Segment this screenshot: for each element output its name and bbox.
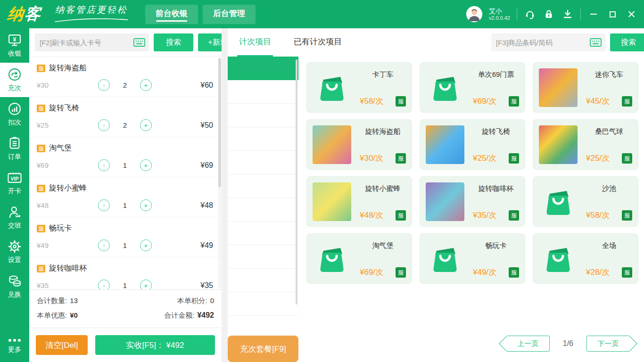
product-image	[539, 182, 578, 221]
sidebar-item-open-vip-card[interactable]: VIP 开卡	[0, 166, 29, 200]
sidebar-item-deduct-times[interactable]: 扣次	[0, 97, 29, 132]
service-badge: 服	[509, 267, 519, 278]
sidebar-item-shift-change[interactable]: 交班	[0, 200, 29, 235]
decrease-qty-button[interactable]: -	[98, 159, 110, 171]
category-list	[228, 57, 298, 339]
sidebar-item-label: 交班	[8, 222, 21, 230]
recharge-times-icon	[8, 67, 22, 82]
product-card[interactable]: 畅玩卡 ¥49/次 服	[420, 233, 525, 284]
category-item[interactable]	[228, 80, 298, 104]
category-item[interactable]	[228, 57, 298, 80]
increase-qty-button[interactable]: +	[140, 159, 152, 171]
category-item[interactable]	[228, 174, 298, 198]
divider	[580, 8, 581, 20]
shopping-bag-icon	[430, 244, 460, 274]
product-image	[426, 68, 464, 107]
lock-icon[interactable]	[543, 8, 555, 20]
tab-backend-manage[interactable]: 后台管理	[203, 5, 256, 24]
product-name: 沙池	[586, 182, 632, 193]
product-name: 旋转飞椅	[473, 125, 519, 136]
increase-qty-button[interactable]: +	[140, 79, 152, 91]
cart-item-unit-price: ¥69	[37, 161, 98, 169]
product-name: 旋转海盗船	[360, 125, 406, 136]
increase-qty-button[interactable]: +	[140, 199, 152, 211]
next-page-button[interactable]: 下一页	[586, 336, 630, 352]
product-card[interactable]: 迷你飞车 ¥45/次 服	[533, 62, 638, 113]
tab-times-items[interactable]: 计次项目	[237, 28, 273, 57]
sidebar-item-label: 兑换	[8, 290, 21, 299]
cart-item: 服 旋转飞椅 ¥25 - 2 + ¥50	[29, 97, 222, 137]
sidebar-item-more[interactable]: 更多	[0, 332, 29, 359]
cart-item-name: 旋转飞椅	[49, 103, 79, 113]
customer-service-icon[interactable]	[524, 8, 536, 20]
card-number-input[interactable]	[40, 39, 133, 47]
keyboard-icon[interactable]	[133, 38, 145, 47]
increase-qty-button[interactable]: +	[140, 239, 152, 251]
category-item[interactable]	[228, 198, 298, 222]
tab-existing-times-items[interactable]: 已有计次项目	[292, 28, 344, 57]
logo-char-1: 纳	[7, 5, 25, 23]
product-card[interactable]: 旋转飞椅 ¥25/次 服	[420, 119, 525, 170]
sidebar-item-orders[interactable]: 订单	[0, 132, 29, 166]
order-list-icon	[8, 136, 22, 150]
product-card[interactable]: 桑巴气球 ¥25/次 服	[533, 119, 638, 170]
cart-item: 服 旋转海盗船 ¥30 - 2 + ¥60	[29, 57, 222, 97]
category-item[interactable]	[228, 292, 298, 316]
product-search-button[interactable]: 搜索	[610, 33, 644, 51]
category-item[interactable]	[228, 151, 298, 174]
product-card[interactable]: 全场 ¥28/次 服	[533, 233, 638, 284]
product-card[interactable]: 卡丁车 ¥58/次 服	[306, 62, 412, 113]
increase-qty-button[interactable]: +	[140, 280, 152, 289]
product-card[interactable]: 沙池 ¥58/次 服	[533, 176, 638, 227]
prev-page-button[interactable]: 上一页	[506, 336, 550, 352]
product-card[interactable]: 单次69门票 ¥69/次 服	[420, 62, 525, 113]
category-column: 充次套餐[F9]	[228, 57, 298, 362]
sidebar-item-label: 更多	[8, 346, 21, 354]
card-search-button[interactable]: 搜索	[154, 33, 193, 51]
cart-item-qty: 1	[110, 161, 140, 169]
category-item[interactable]	[228, 245, 298, 269]
category-item[interactable]	[228, 104, 298, 127]
product-name: 迷你飞车	[586, 68, 632, 79]
sidebar-item-cashier[interactable]: ¥ 收银	[0, 28, 29, 63]
recharge-package-button[interactable]: 充次套餐[F9]	[228, 336, 298, 362]
gear-icon	[8, 239, 22, 254]
shopping-bag-icon	[317, 73, 347, 103]
decrease-qty-button[interactable]: -	[98, 119, 110, 131]
category-item[interactable]	[228, 269, 298, 292]
decrease-qty-button[interactable]: -	[98, 199, 110, 211]
cart-scrollbar[interactable]	[218, 58, 221, 288]
product-barcode-input[interactable]	[496, 39, 590, 47]
app-version: v2.0.0.42	[489, 15, 510, 21]
clear-button[interactable]: 清空[Del]	[36, 335, 88, 355]
category-scrollbar[interactable]	[296, 59, 297, 304]
download-icon[interactable]	[561, 8, 574, 20]
avatar[interactable]	[466, 6, 482, 22]
close-button[interactable]	[625, 8, 637, 20]
slogan: 纳客管店更轻松	[54, 4, 129, 25]
product-card[interactable]: 旋转海盗船 ¥30/次 服	[306, 119, 412, 170]
decrease-qty-button[interactable]: -	[98, 280, 110, 289]
maximize-button[interactable]	[606, 8, 619, 20]
service-badge: 服	[509, 96, 519, 107]
product-card[interactable]: 旋转咖啡杯 ¥35/次 服	[420, 176, 525, 227]
keyboard-icon[interactable]	[590, 38, 602, 47]
sidebar-item-settings[interactable]: 设置	[0, 235, 29, 269]
pay-button[interactable]: 实收[F5]： ¥492	[95, 335, 215, 355]
sidebar: ¥ 收银 充次	[0, 28, 29, 362]
product-card[interactable]: 淘气堡 ¥69/次 服	[306, 233, 412, 284]
decrease-qty-button[interactable]: -	[98, 239, 110, 251]
category-item[interactable]	[228, 222, 298, 245]
cart-item-name: 旋转咖啡杯	[49, 263, 87, 273]
shopping-bag-icon	[430, 73, 460, 103]
increase-qty-button[interactable]: +	[140, 119, 152, 131]
product-card[interactable]: 旋转小蜜蜂 ¥48/次 服	[306, 176, 412, 227]
sidebar-item-recharge-times[interactable]: 充次	[0, 63, 29, 97]
cart-scrollbar-thumb[interactable]	[218, 58, 221, 187]
tab-front-cashier[interactable]: 前台收银	[145, 5, 198, 24]
category-item[interactable]	[228, 127, 298, 151]
sidebar-item-redeem[interactable]: 兑换	[0, 269, 29, 304]
minimize-button[interactable]	[587, 8, 600, 20]
cart-item-total: ¥50	[200, 121, 213, 130]
decrease-qty-button[interactable]: -	[98, 79, 110, 91]
